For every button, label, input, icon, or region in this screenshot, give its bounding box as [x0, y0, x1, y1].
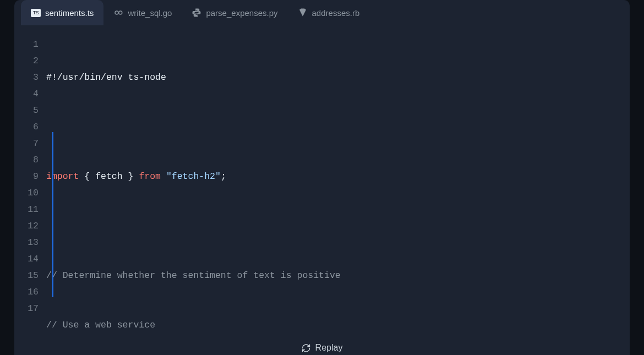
code-area[interactable]: #!/usr/bin/env ts-node import { fetch } … — [46, 36, 630, 355]
line-number: 5 — [14, 102, 39, 119]
line-number: 9 — [14, 168, 39, 185]
tab-parse-expenses[interactable]: parse_expenses.py — [182, 0, 287, 25]
line-number: 12 — [14, 218, 39, 234]
ruby-icon — [298, 8, 308, 18]
ts-icon: TS — [31, 9, 41, 17]
line-number: 11 — [14, 201, 39, 218]
tab-label: write_sql.go — [128, 8, 172, 18]
refresh-icon — [302, 343, 311, 353]
line-number-gutter: 1234567891011121314151617 — [14, 36, 46, 355]
suggestion-indicator-bar — [52, 132, 53, 297]
tab-addresses[interactable]: addresses.rb — [288, 0, 370, 25]
line-number: 14 — [14, 251, 39, 267]
code-line: // Determine whether the sentiment of te… — [46, 267, 630, 284]
line-number: 17 — [14, 301, 39, 317]
replay-button[interactable]: Replay — [302, 343, 343, 353]
replay-label: Replay — [315, 343, 343, 353]
line-number: 7 — [14, 135, 39, 152]
go-icon — [113, 8, 123, 18]
line-number: 15 — [14, 267, 39, 284]
shebang: #!/usr/bin/env ts-node — [46, 72, 166, 83]
line-number: 13 — [14, 234, 39, 251]
line-number: 6 — [14, 119, 39, 135]
tab-sentiments[interactable]: TS sentiments.ts — [21, 0, 103, 25]
code-line: // Use a web service — [46, 317, 630, 334]
line-number: 4 — [14, 86, 39, 102]
editor-body: 1234567891011121314151617 #!/usr/bin/env… — [14, 25, 630, 355]
line-number: 10 — [14, 185, 39, 201]
code-line — [46, 218, 630, 234]
line-number: 2 — [14, 53, 39, 69]
line-number: 8 — [14, 152, 39, 168]
code-line: import { fetch } from "fetch-h2"; — [46, 168, 630, 185]
svg-point-1 — [119, 11, 122, 14]
tab-label: addresses.rb — [312, 8, 360, 18]
tab-label: parse_expenses.py — [206, 8, 277, 18]
editor-window: TS sentiments.ts write_sql.go parse_expe… — [14, 0, 630, 355]
python-icon — [192, 8, 201, 18]
code-line — [46, 119, 630, 135]
code-line: #!/usr/bin/env ts-node — [46, 69, 630, 86]
tab-bar: TS sentiments.ts write_sql.go parse_expe… — [14, 0, 630, 25]
line-number: 3 — [14, 69, 39, 86]
tab-label: sentiments.ts — [45, 8, 94, 18]
line-number: 16 — [14, 284, 39, 301]
tab-write-sql[interactable]: write_sql.go — [103, 0, 182, 25]
svg-point-0 — [115, 11, 118, 14]
line-number: 1 — [14, 36, 39, 53]
